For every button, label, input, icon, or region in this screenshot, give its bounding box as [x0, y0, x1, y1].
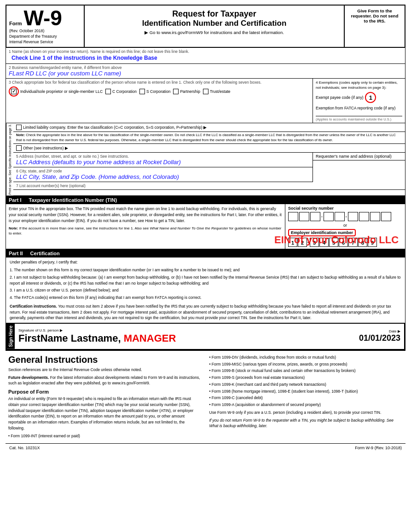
llc-row: Limited liability company. Enter the tax… — [13, 123, 405, 132]
ssn-box-1[interactable] — [288, 212, 298, 221]
form-header-left: Form W-9 (Rev. October 2018) Department … — [6, 6, 85, 47]
line2-value[interactable]: FLast RD LLC (or your custom LLC name) — [9, 70, 402, 77]
cert-instructions: Certification instructions. You must cro… — [10, 303, 401, 321]
exempt-payee-value: 1 — [365, 92, 376, 103]
form-ref: Form W-9 (Rev. 10-2018) — [355, 446, 402, 450]
trust-label: Trust/estate — [210, 89, 231, 94]
sig-block: Signature of U.S. person ▶ FirstName Las… — [18, 328, 176, 344]
ein-box-5[interactable]: 5 — [329, 238, 338, 247]
exemptions-panel: 4 Exemptions (codes apply only to certai… — [313, 79, 405, 123]
partnership-cb-box[interactable] — [173, 89, 179, 94]
form-number: W-9 — [24, 7, 62, 29]
sidebar-text: Print or type. See Specific Instructions… — [8, 124, 12, 194]
date-block: Date ▶ 01/01/2023 — [359, 329, 400, 343]
irs-link: ▶ Go to www.irs.gov/FormW9 for instructi… — [87, 30, 342, 35]
tin-instructions: Enter your TIN in the appropriate box. T… — [6, 204, 285, 249]
ein-box-7[interactable]: 7 — [348, 238, 358, 247]
s-corp-cb-box[interactable] — [139, 89, 145, 94]
ssn-box-7[interactable] — [359, 212, 369, 221]
purpose-text: An individual or entity (Form W-9 reques… — [8, 396, 202, 431]
trust-checkbox-item[interactable]: Trust/estate — [203, 89, 231, 94]
individual-label: Individual/sole proprietor or single-mem… — [20, 89, 103, 94]
bullet-1099-int: • Form 1099-INT (interest earned or paid… — [8, 433, 202, 439]
trust-cb-box[interactable] — [203, 89, 208, 94]
part2-label: Part II — [9, 251, 23, 256]
address-section: 5 Address (number, street, and apt. or s… — [13, 153, 405, 182]
line6-row: 6 City, state, and ZIP code LLC City, St… — [13, 167, 313, 182]
ein-box-8[interactable]: 8 — [358, 238, 367, 247]
sign-date: 01/01/2023 — [359, 333, 400, 343]
future-devs: Future developments. For the latest info… — [8, 375, 202, 387]
irs: Internal Revenue Service — [9, 40, 81, 45]
llc-cb-box[interactable] — [16, 125, 22, 130]
line2-row: 2 Business name/disregarded entity name,… — [6, 64, 405, 79]
bullet-1099-div: • Form 1099-DIV (dividends, including th… — [209, 355, 403, 360]
bullet-1099-c: • Form 1099-C (canceled debt) — [209, 395, 403, 401]
sign-here-text: Sign Here — [8, 326, 13, 347]
other-label: Other (see instructions) ▶ — [23, 146, 68, 150]
line5-value[interactable]: LLC Address (defaults to your home addre… — [16, 159, 310, 166]
ein-box-3[interactable]: 3 — [310, 238, 319, 247]
part1-label: Part I — [9, 197, 22, 203]
sig-value: FirstName Lastname, MANAGER — [18, 332, 176, 344]
ein-boxes-wrapper: EIN of your Colorodo LLC 1 2 - 3 4 5 6 7… — [288, 238, 402, 247]
backup-withholding-note: If you do not return Form W-9 to the req… — [209, 418, 403, 429]
ein-box-4[interactable]: 4 — [319, 238, 329, 247]
date-label: Date ▶ — [359, 329, 400, 333]
ssn-label: Social security number — [288, 206, 402, 211]
cert-item-1: 1. The number shown on this form is my c… — [10, 267, 401, 273]
ein-box-6[interactable]: 6 — [339, 238, 348, 247]
c-corp-label: C Corporation — [112, 89, 137, 94]
partnership-label: Partnership — [180, 89, 200, 94]
line1-value[interactable]: Check Line 1 of the instructions in the … — [9, 54, 402, 62]
part1-title: Taxpayer Identification Number (TIN) — [29, 197, 117, 203]
ein-box-1[interactable]: 1 — [288, 238, 297, 247]
exemptions-label: 4 Exemptions (codes apply only to certai… — [316, 80, 402, 90]
main-content-area: Print or type. See Specific Instructions… — [6, 123, 405, 196]
tin-note-text: If the account is in more than one name,… — [9, 226, 281, 235]
addr-left: 5 Address (number, street, and apt. or s… — [13, 153, 313, 182]
ssn-box-5[interactable] — [335, 212, 345, 221]
cat-no: Cat. No. 10231X — [9, 446, 40, 450]
partnership-checkbox-item[interactable]: Partnership — [173, 89, 200, 94]
individual-cb-box[interactable]: ✓ — [11, 89, 17, 94]
cert-instructions-bold: Certification instructions. — [10, 304, 57, 309]
title-line2: Identification Number and Certification — [87, 19, 342, 28]
ssn-box-3[interactable] — [310, 212, 320, 221]
bullet-1099-s: • Form 1099-S (proceeds from real estate… — [209, 375, 403, 381]
c-corp-cb-box[interactable] — [105, 89, 111, 94]
llc-checkbox-item[interactable]: Limited liability company. Enter the tax… — [16, 125, 402, 130]
individual-checkbox-item[interactable]: ✓ Individual/sole proprietor or single-m… — [9, 86, 103, 97]
ssn-box-2[interactable] — [299, 212, 309, 221]
ssn-dash-1: - — [321, 214, 323, 219]
ein-box-9[interactable]: 9 — [368, 238, 377, 247]
tin-section: Enter your TIN in the appropriate box. T… — [6, 204, 405, 249]
s-corp-checkbox-item[interactable]: S Corporation — [139, 89, 170, 94]
ein-boxes: 1 2 - 3 4 5 6 7 8 9 — [288, 238, 402, 247]
line6-value[interactable]: LLC City, State, and Zip Code. (Home add… — [16, 173, 310, 180]
ssn-box-4[interactable] — [324, 212, 334, 221]
other-checkbox-item[interactable]: Other (see instructions) ▶ — [16, 145, 402, 151]
sig-name: FirstName Lastname, — [18, 332, 121, 344]
ein-box-2[interactable]: 2 — [298, 238, 307, 247]
individual-checkbox-circle[interactable]: ✓ — [9, 86, 19, 97]
instr-right: • Form 1099-DIV (dividends, including th… — [209, 355, 403, 440]
llc-note-bold: Note: — [16, 133, 25, 137]
cert-item-4: 4. The FATCA code(s) entered on this for… — [10, 295, 401, 301]
sidebar-vertical-text: Print or type. See Specific Instructions… — [6, 123, 13, 195]
s-corp-label: S Corporation — [146, 89, 170, 94]
c-corp-checkbox-item[interactable]: C Corporation — [105, 89, 137, 94]
ein-label: Employer identification number — [291, 230, 353, 235]
cert-item-3: 3. I am a U.S. citizen or other U.S. per… — [10, 287, 401, 293]
ssn-box-9[interactable] — [381, 212, 391, 221]
cert-instructions-text: You must cross out item 2 above if you h… — [10, 304, 391, 320]
fatca-applies: (Applies to accounts maintained outside … — [316, 117, 402, 121]
main-fields: Limited liability company. Enter the tax… — [13, 123, 405, 195]
ssn-box-6[interactable] — [348, 212, 358, 221]
line2-label: 2 Business name/disregarded entity name,… — [9, 65, 402, 70]
ssn-box-8[interactable] — [370, 212, 380, 221]
other-cb-box[interactable] — [16, 145, 22, 151]
bullet-1098: • Form 1098 (home mortgage interest), 10… — [209, 389, 403, 395]
general-instructions-title: General Instructions — [8, 355, 202, 365]
dept: Department of the Treasury — [9, 34, 81, 40]
